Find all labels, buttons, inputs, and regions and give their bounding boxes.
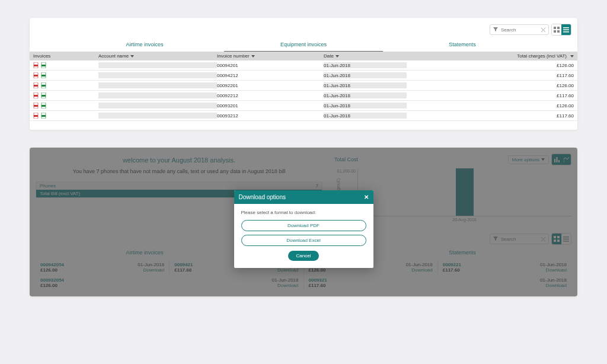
cell-date: 01-Jun-2018 [324,92,407,98]
svg-rect-3 [557,30,560,33]
cell-charges: £126.00 [407,63,574,68]
cell-date: 01-Jun-2018 [324,72,407,78]
pdf-file-icon[interactable] [33,113,39,119]
download-excel-button[interactable]: Download Excel [241,235,366,246]
analysis-panel-wrap: welcome to your August 2018 analysis. Yo… [30,148,577,296]
excel-file-icon[interactable] [41,72,47,78]
table-row: 0009221201-Jun-2018£117.60 [30,91,577,101]
svg-rect-10 [41,65,46,66]
sort-caret-icon [251,55,255,58]
table-row: 0009420101-Jun-2018£126.00 [30,60,577,71]
table-row: 0009421201-Jun-2018£117.60 [30,71,577,81]
download-pdf-button[interactable]: Download PDF [241,220,366,231]
sort-caret-icon [336,55,339,58]
tab-airtime[interactable]: Airtime invoices [65,39,224,52]
svg-rect-28 [34,115,38,117]
pdf-file-icon[interactable] [33,62,39,68]
cell-invoice-number: 00093212 [217,113,324,119]
cell-account [98,62,217,68]
cell-charges: £126.00 [407,83,574,88]
cell-account [98,92,217,98]
svg-rect-4 [563,27,569,28]
excel-file-icon[interactable] [41,113,47,119]
search-input[interactable] [501,27,538,33]
svg-rect-12 [34,75,38,76]
svg-rect-24 [34,105,38,107]
svg-rect-14 [41,75,46,76]
toolbar [30,24,577,39]
cell-account [98,82,217,88]
clear-icon[interactable] [540,27,546,33]
table-row: 0009321201-Jun-2018£117.60 [30,111,577,121]
pdf-file-icon[interactable] [33,82,39,88]
svg-rect-26 [41,105,46,107]
svg-rect-2 [554,30,556,33]
cell-date: 01-Jun-2018 [324,82,407,88]
svg-rect-5 [563,30,569,31]
svg-rect-22 [41,95,46,97]
svg-rect-16 [34,85,38,87]
cell-invoice-number: 00094212 [217,73,324,78]
cell-invoice-number: 00092201 [217,83,324,88]
invoice-tabs: Airtime invoices Equipment invoices Stat… [30,39,577,52]
excel-file-icon[interactable] [41,103,47,108]
svg-rect-0 [554,27,556,29]
sort-caret-icon [570,55,574,58]
tab-statements[interactable]: Statements [383,39,542,52]
cell-date: 01-Jun-2018 [324,113,407,119]
col-account-name[interactable]: Account name [98,53,217,59]
cell-charges: £117.60 [407,113,574,119]
close-icon[interactable]: ✕ [364,194,369,200]
col-total-charges[interactable]: Total charges (incl VAT) [407,53,574,59]
sort-caret-icon [130,55,134,58]
svg-rect-18 [41,85,46,87]
cell-charges: £126.00 [407,103,574,108]
tab-equipment[interactable]: Equipment invoices [224,39,383,52]
modal-overlay[interactable]: Download options ✕ Please select a forma… [30,148,577,296]
table-row: 0009320101-Jun-2018£126.00 [30,101,577,111]
pdf-file-icon[interactable] [33,92,39,98]
filter-icon [493,27,499,33]
cell-account [98,72,217,78]
cancel-button[interactable]: Cancel [288,251,320,261]
pdf-file-icon[interactable] [33,72,39,78]
excel-file-icon[interactable] [41,82,47,88]
svg-rect-30 [41,115,46,117]
cell-charges: £117.60 [407,73,574,78]
cell-invoice-number: 00094201 [217,63,324,68]
search-box[interactable] [490,24,549,35]
view-toggle [551,24,571,36]
cell-account [98,103,217,108]
excel-file-icon[interactable] [41,92,47,98]
cell-invoice-number: 00092212 [217,93,324,98]
svg-rect-8 [34,65,38,66]
table-header: Invoices Account name Invoice number Dat… [30,52,577,60]
modal-prompt: Please select a format to download: [241,210,366,215]
modal-header: Download options ✕ [234,190,373,204]
pdf-file-icon[interactable] [33,103,39,108]
cell-date: 01-Jun-2018 [324,62,407,68]
col-date[interactable]: Date [324,53,407,59]
download-modal: Download options ✕ Please select a forma… [234,190,373,268]
col-invoice-number[interactable]: Invoice number [217,53,324,59]
cell-invoice-number: 00093201 [217,103,324,108]
svg-rect-1 [557,27,560,29]
cell-date: 01-Jun-2018 [324,103,407,108]
cell-charges: £117.60 [407,93,574,98]
grid-view-button[interactable] [552,24,561,35]
table-row: 0009220101-Jun-2018£126.00 [30,81,577,91]
invoices-panel: Airtime invoices Equipment invoices Stat… [30,18,577,130]
excel-file-icon[interactable] [41,62,47,68]
svg-rect-6 [563,31,569,33]
col-invoices[interactable]: Invoices [33,53,98,59]
modal-title: Download options [239,194,286,200]
list-view-button[interactable] [561,24,571,35]
cell-account [98,113,217,119]
invoice-table: Invoices Account name Invoice number Dat… [30,52,577,121]
svg-rect-20 [34,95,38,97]
